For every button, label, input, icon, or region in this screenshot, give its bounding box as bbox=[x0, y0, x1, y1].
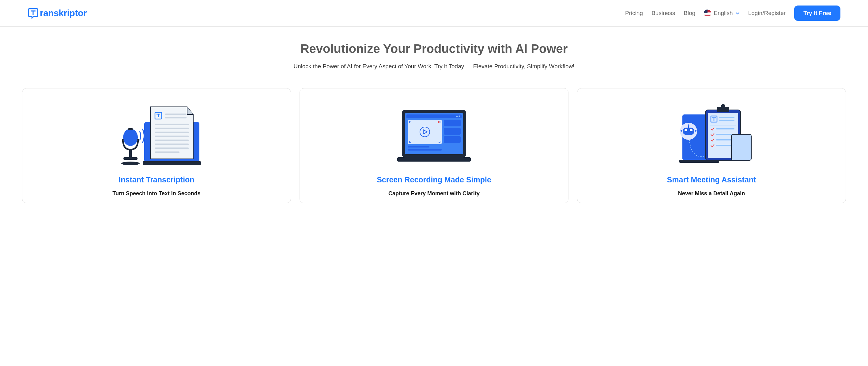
logo-icon bbox=[28, 8, 39, 19]
svg-rect-14 bbox=[155, 124, 189, 125]
svg-rect-18 bbox=[155, 139, 189, 141]
svg-point-26 bbox=[121, 162, 140, 165]
svg-point-60 bbox=[681, 130, 682, 132]
svg-rect-17 bbox=[155, 136, 189, 137]
svg-point-63 bbox=[688, 125, 689, 126]
hero-subtitle: Unlock the Power of AI for Every Aspect … bbox=[28, 63, 840, 70]
svg-rect-23 bbox=[128, 128, 133, 130]
svg-rect-57 bbox=[683, 128, 694, 135]
card-title: Instant Transcription bbox=[119, 175, 194, 184]
svg-rect-6 bbox=[704, 9, 708, 13]
hero-title: Revolutionize Your Productivity with AI … bbox=[28, 42, 840, 56]
svg-rect-49 bbox=[719, 120, 735, 121]
svg-point-46 bbox=[721, 104, 725, 108]
card-subtitle: Capture Every Moment with Clarity bbox=[389, 190, 479, 197]
svg-rect-13 bbox=[165, 117, 187, 119]
logo-text: ranskriptor bbox=[40, 8, 87, 19]
svg-rect-4 bbox=[704, 14, 711, 14]
svg-rect-55 bbox=[732, 134, 751, 160]
svg-rect-33 bbox=[408, 120, 442, 144]
svg-rect-36 bbox=[444, 120, 461, 126]
svg-rect-37 bbox=[444, 128, 461, 135]
language-selector[interactable]: English bbox=[704, 9, 739, 17]
svg-rect-20 bbox=[155, 147, 189, 149]
svg-rect-5 bbox=[704, 15, 711, 15]
svg-rect-16 bbox=[155, 132, 189, 133]
svg-point-22 bbox=[123, 129, 138, 146]
svg-rect-40 bbox=[408, 149, 442, 151]
svg-rect-39 bbox=[408, 146, 429, 147]
language-label: English bbox=[714, 10, 733, 16]
svg-rect-24 bbox=[129, 149, 132, 157]
svg-rect-59 bbox=[690, 129, 692, 131]
svg-rect-25 bbox=[123, 157, 137, 160]
svg-rect-12 bbox=[165, 113, 187, 115]
us-flag-icon bbox=[704, 9, 711, 17]
nav-pricing[interactable]: Pricing bbox=[625, 10, 643, 16]
card-transcription[interactable]: Instant Transcription Turn Speech into T… bbox=[22, 88, 291, 203]
svg-rect-21 bbox=[155, 152, 180, 153]
card-subtitle: Turn Speech into Text in Seconds bbox=[113, 190, 200, 197]
svg-rect-30 bbox=[406, 114, 462, 118]
svg-rect-51 bbox=[716, 128, 735, 129]
card-subtitle: Never Miss a Detail Again bbox=[678, 190, 745, 197]
card-meeting-assistant[interactable]: Smart Meeting Assistant Never Miss a Det… bbox=[577, 88, 846, 203]
nav-login[interactable]: Login/Register bbox=[748, 10, 786, 16]
svg-rect-15 bbox=[155, 128, 189, 129]
svg-point-35 bbox=[438, 121, 439, 123]
svg-rect-10 bbox=[143, 161, 201, 165]
site-header: ranskriptor Pricing Business Blog Englis… bbox=[0, 0, 868, 27]
svg-rect-29 bbox=[397, 157, 471, 162]
svg-rect-38 bbox=[444, 136, 461, 143]
nav-blog[interactable]: Blog bbox=[684, 10, 695, 16]
logo[interactable]: ranskriptor bbox=[28, 8, 87, 19]
hero-section: Revolutionize Your Productivity with AI … bbox=[0, 27, 868, 79]
meeting-assistant-illustration bbox=[665, 98, 757, 168]
screen-recording-illustration bbox=[388, 98, 480, 168]
svg-rect-58 bbox=[685, 129, 687, 131]
svg-rect-19 bbox=[155, 143, 189, 145]
feature-cards: Instant Transcription Turn Speech into T… bbox=[0, 79, 868, 212]
transcription-illustration bbox=[111, 98, 203, 168]
main-nav: Pricing Business Blog English Login/Regi… bbox=[625, 5, 840, 21]
nav-business[interactable]: Business bbox=[651, 10, 675, 16]
svg-point-31 bbox=[456, 116, 458, 117]
card-title: Smart Meeting Assistant bbox=[667, 175, 756, 184]
svg-point-61 bbox=[695, 130, 696, 132]
svg-rect-48 bbox=[719, 117, 735, 118]
chevron-down-icon bbox=[735, 11, 740, 15]
card-screen-recording[interactable]: Screen Recording Made Simple Capture Eve… bbox=[300, 88, 568, 203]
svg-point-32 bbox=[459, 116, 460, 117]
card-title: Screen Recording Made Simple bbox=[377, 175, 491, 184]
try-free-button[interactable]: Try It Free bbox=[794, 5, 840, 21]
